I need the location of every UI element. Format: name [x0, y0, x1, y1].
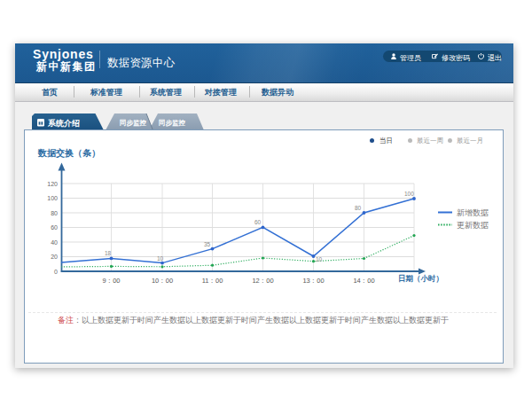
svg-text:同步监控: 同步监控: [159, 119, 186, 127]
svg-text:同步监控: 同步监控: [120, 119, 147, 127]
svg-text:系统介绍: 系统介绍: [47, 119, 80, 128]
